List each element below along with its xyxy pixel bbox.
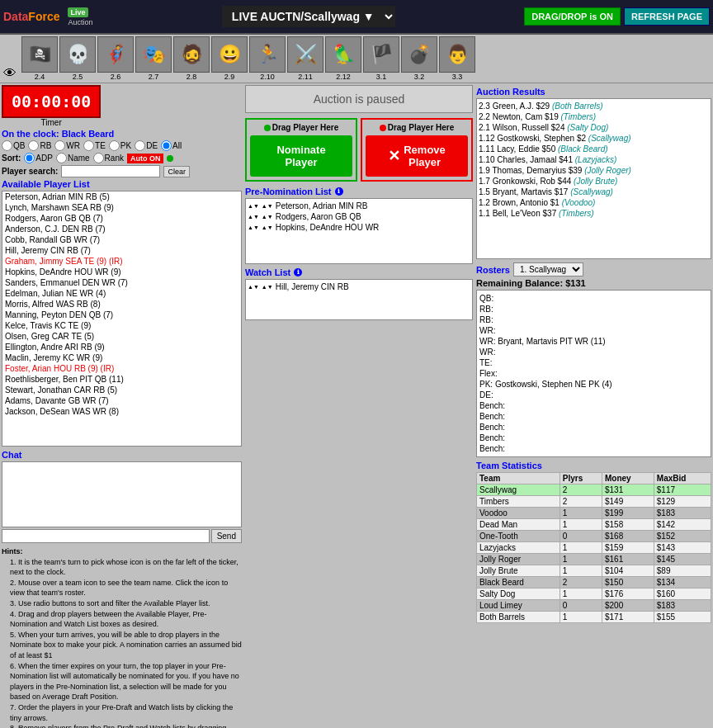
- prenom-list-item[interactable]: ▲▼▲▼Hopkins, DeAndre HOU WR: [248, 222, 470, 233]
- available-player-item[interactable]: Peterson, Adrian MIN RB (5): [2, 191, 241, 202]
- pos-wr-radio[interactable]: WR: [54, 140, 80, 151]
- ticker-team-item[interactable]: 🎭2.7: [135, 36, 172, 81]
- roster-select[interactable]: 1. Scallywag2. Timbers3. Voodoo: [513, 262, 583, 277]
- watch-list[interactable]: ▲▼▲▼Hill, Jeremy CIN RB: [245, 279, 473, 320]
- watch-list-item[interactable]: ▲▼▲▼Hill, Jeremy CIN RB: [248, 281, 470, 292]
- nominate-zone[interactable]: Drag Player Here NominatePlayer: [245, 118, 357, 182]
- clear-button[interactable]: Clear: [163, 166, 190, 177]
- roster-position-item: Bench:: [479, 411, 708, 422]
- pos-pk-radio[interactable]: PK: [109, 140, 131, 151]
- prenom-arrows[interactable]: ▲▼: [248, 214, 259, 220]
- available-player-item[interactable]: Lynch, Marshawn SEA RB (9): [2, 202, 241, 213]
- prenom-list-item[interactable]: ▲▼▲▼Peterson, Adrian MIN RB: [248, 201, 470, 211]
- available-player-list[interactable]: Peterson, Adrian MIN RB (5)Lynch, Marsha…: [2, 191, 242, 447]
- autopick-button[interactable]: Auto ON: [127, 154, 164, 163]
- available-player-item[interactable]: Edelman, Julian NE WR (4): [2, 288, 241, 299]
- ticker-team-item[interactable]: ⚔️2.11: [287, 36, 323, 81]
- auction-result-item: 1.2 Brown, Antonio $1 (Voodoo): [479, 197, 709, 208]
- team-stats-cell: 1: [560, 542, 602, 554]
- watch-info-icon[interactable]: ℹ: [294, 268, 302, 277]
- available-player-item[interactable]: Graham, Jimmy SEA TE (9) (IR): [2, 256, 241, 267]
- auction-result-item: 1.7 Gronkowski, Rob $44 (Jolly Brute): [479, 176, 709, 187]
- prenom-list-item[interactable]: ▲▼▲▼Rodgers, Aaron GB QB: [248, 211, 470, 222]
- pos-te-radio[interactable]: TE: [83, 140, 106, 151]
- pos-de-radio[interactable]: DE: [135, 140, 158, 151]
- available-player-item[interactable]: Manning, Peyton DEN QB (7): [2, 310, 241, 320]
- remove-zone-header: Drag Player Here: [366, 123, 468, 132]
- available-player-item[interactable]: Olsen, Greg CAR TE (5): [2, 331, 241, 342]
- team-stats-cell: $152: [654, 531, 711, 542]
- auction-results-list: 2.3 Green, A.J. $29 (Both Barrels)2.2 Ne…: [476, 98, 711, 259]
- available-player-item[interactable]: Foster, Arian HOU RB (9) (IR): [2, 363, 241, 374]
- remove-button[interactable]: ✕ RemovePlayer: [366, 135, 468, 177]
- chat-label: Chat: [2, 450, 242, 460]
- ticker-team-item[interactable]: 💣3.2: [401, 36, 437, 81]
- position-filters: QB RB WR TE PK DE All: [2, 140, 242, 151]
- prenom-arrows[interactable]: ▲▼: [248, 225, 259, 230]
- ticker-team-item[interactable]: 🏴3.1: [363, 36, 399, 81]
- available-player-item[interactable]: Jackson, DeSean WAS WR (8): [2, 406, 241, 417]
- team-stats-cell: Both Barrels: [477, 612, 560, 623]
- ticker-team-item[interactable]: 😀2.9: [211, 36, 248, 81]
- prenom-list[interactable]: ▲▼▲▼Peterson, Adrian MIN RB▲▼▲▼Rodgers, …: [245, 198, 473, 264]
- available-player-item[interactable]: Anderson, C.J. DEN RB (7): [2, 224, 241, 234]
- sort-name-radio[interactable]: Name: [56, 153, 90, 163]
- prenom-info-icon[interactable]: ℹ: [335, 187, 343, 196]
- team-stats-cell: $200: [602, 600, 654, 612]
- sort-rank-radio[interactable]: Rank: [93, 153, 124, 163]
- available-player-item[interactable]: Kelce, Travis KC TE (9): [2, 320, 241, 331]
- available-player-item[interactable]: Maclin, Jeremy KC WR (9): [2, 352, 241, 363]
- available-player-item[interactable]: Hill, Jeremy CIN RB (7): [2, 245, 241, 256]
- chat-input[interactable]: [2, 529, 210, 543]
- prenom-arrows[interactable]: ▲▼: [248, 203, 259, 209]
- pos-all-radio[interactable]: All: [161, 140, 182, 151]
- available-player-item[interactable]: Rodgers, Aaron GB QB (7): [2, 213, 241, 224]
- team-stats-cell: Scallywag: [477, 485, 560, 496]
- table-row: Jolly Brute1$104$89: [477, 565, 711, 577]
- available-player-item[interactable]: Roethlisberger, Ben PIT QB (11): [2, 374, 241, 385]
- team-stats-cell: Voodoo: [477, 508, 560, 519]
- ticker-team-item[interactable]: 🏃2.10: [249, 36, 286, 81]
- ticker-team-item[interactable]: 💀2.5: [59, 36, 96, 81]
- roster-label: Rosters: [476, 265, 510, 275]
- watch-header: Watch List ℹ: [245, 267, 473, 277]
- ticker-team-item[interactable]: 👨3.3: [439, 36, 475, 81]
- ticker-team-item[interactable]: 🦸2.6: [97, 36, 134, 81]
- remove-header-text: Drag Player Here: [388, 123, 455, 132]
- ticker-team-item[interactable]: 🏴‍☠️2.4: [21, 36, 58, 81]
- team-stats-cell: $171: [602, 612, 654, 623]
- available-player-item[interactable]: Stewart, Jonathan CAR RB (5): [2, 385, 241, 395]
- remove-zone[interactable]: Drag Player Here ✕ RemovePlayer: [361, 118, 473, 182]
- watch-arrows[interactable]: ▲▼: [248, 284, 259, 290]
- search-input[interactable]: [61, 165, 160, 177]
- prenom-item-arrows2[interactable]: ▲▼: [262, 214, 273, 220]
- available-player-item[interactable]: Cobb, Randall GB WR (7): [2, 234, 241, 245]
- available-player-item[interactable]: Sanders, Emmanuel DEN WR (7): [2, 277, 241, 288]
- nominate-button[interactable]: NominatePlayer: [250, 135, 352, 177]
- team-stats-cell: 1: [560, 519, 602, 531]
- available-list-header: Available Player List: [2, 179, 242, 189]
- watch-item-arrows2[interactable]: ▲▼: [262, 284, 273, 290]
- available-player-item[interactable]: Morris, Alfred WAS RB (8): [2, 299, 241, 310]
- prenom-item-arrows2[interactable]: ▲▼: [262, 203, 273, 209]
- send-button[interactable]: Send: [211, 529, 242, 543]
- prenom-item-arrows2[interactable]: ▲▼: [262, 225, 273, 230]
- available-player-item[interactable]: Ellington, Andre ARI RB (9): [2, 342, 241, 352]
- drag-drop-button[interactable]: DRAG/DROP is ON: [524, 7, 621, 26]
- auction-title[interactable]: LIVE AUCTN/Scallywag ▼: [93, 6, 525, 27]
- auction-select[interactable]: LIVE AUCTN/Scallywag ▼: [222, 6, 395, 27]
- team-stats-col-header: Plyrs: [560, 473, 602, 485]
- available-player-item[interactable]: Hopkins, DeAndre HOU WR (9): [2, 267, 241, 277]
- ticker-team-item[interactable]: 🦜2.12: [325, 36, 361, 81]
- team-stats-cell: Loud Limey: [477, 600, 560, 612]
- team-stats-cell: One-Tooth: [477, 531, 560, 542]
- sort-adp-radio[interactable]: ADP: [24, 153, 53, 163]
- pos-qb-radio[interactable]: QB: [2, 140, 25, 151]
- table-row: Scallywag2$131$117: [477, 485, 711, 496]
- team-stats-cell: 2: [560, 485, 602, 496]
- auction-result-item: 1.11 Lacy, Eddie $50 (Black Beard): [479, 144, 709, 154]
- refresh-button[interactable]: REFRESH PAGE: [624, 7, 710, 26]
- available-player-item[interactable]: Adams, Davante GB WR (7): [2, 395, 241, 406]
- ticker-team-item[interactable]: 🧔2.8: [173, 36, 210, 81]
- pos-rb-radio[interactable]: RB: [28, 140, 51, 151]
